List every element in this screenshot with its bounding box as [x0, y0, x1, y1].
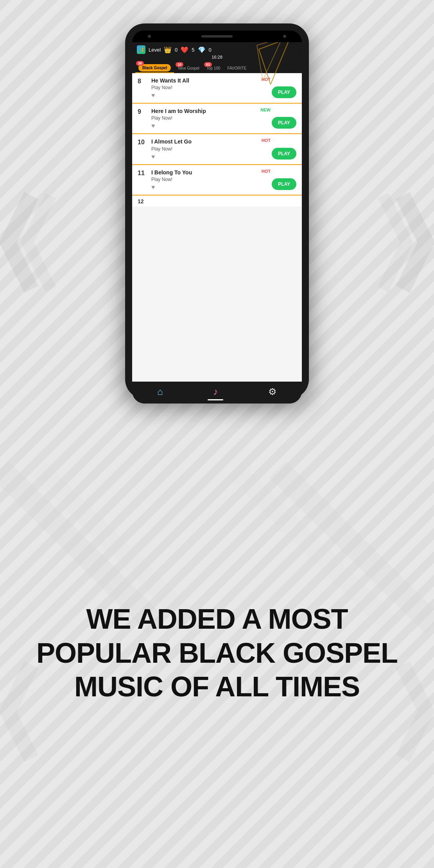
heart-icon: ❤️: [181, 46, 188, 54]
top100-badge: 83: [204, 62, 212, 67]
phone-dot-left: [148, 35, 151, 38]
play-button-8[interactable]: PLAY: [272, 86, 296, 98]
tab-top100[interactable]: 83 Top 100: [203, 64, 224, 72]
black-gospel-badge: 38: [136, 61, 144, 66]
svg-rect-6: [142, 48, 143, 52]
song-item-11: 11 I Belong To You Play Now! ♥ HOT PLAY: [132, 165, 302, 195]
song-badge-9: NEW: [260, 108, 271, 112]
heart-count: 5: [192, 47, 194, 53]
song-item-12-peek: 12: [132, 195, 302, 207]
nav-music[interactable]: ♪: [205, 385, 226, 399]
tab-favorite[interactable]: FAVORITE: [224, 64, 249, 72]
settings-icon: ⚙: [268, 386, 277, 397]
level-icon: [137, 45, 145, 54]
song-rank-10: 10: [138, 138, 147, 146]
phone-speaker: [201, 35, 233, 38]
new-gospel-badge: 10: [176, 62, 183, 67]
song-rank-9: 9: [138, 108, 147, 115]
song-rank-8: 8: [138, 77, 147, 85]
home-icon: ⌂: [157, 386, 163, 397]
play-button-11[interactable]: PLAY: [272, 178, 296, 190]
nav-settings[interactable]: ⚙: [260, 385, 285, 399]
svg-rect-5: [140, 49, 142, 52]
crown-count: 0: [175, 47, 178, 53]
song-title-9: Here I am to Worship: [151, 108, 296, 115]
headline-section: WE ADDED A MOST POPULAR BLACK GOSPEL MUS…: [0, 438, 434, 868]
music-icon: ♪: [213, 386, 218, 397]
favorite-label: FAVORITE: [227, 66, 246, 70]
svg-rect-4: [139, 50, 140, 52]
song-badge-10: HOT: [262, 138, 271, 143]
headline-text: WE ADDED A MOST POPULAR BLACK GOSPEL MUS…: [16, 602, 418, 703]
song-list: 8 He Wants It All Play Now! ♥ HOT PLAY 9…: [132, 73, 302, 382]
song-rank-11: 11: [138, 169, 147, 177]
song-badge-11: HOT: [262, 169, 271, 174]
song-item-9: 9 Here I am to Worship Play Now! ♥ NEW P…: [132, 104, 302, 134]
black-gospel-label: Black Gospel: [138, 64, 171, 72]
crown-icon: 👑: [164, 46, 172, 54]
gold-triangle-svg: [255, 42, 294, 84]
phone-screen: Level 👑 0 ❤️ 5 💎 0 16:28: [132, 42, 302, 404]
gem-icon: 💎: [198, 46, 206, 54]
level-label: Level: [149, 47, 161, 53]
phone-dot-right: [283, 35, 286, 38]
song-title-11: I Belong To You: [151, 169, 296, 176]
song-item-10: 10 I Almost Let Go Play Now! ♥ HOT PLAY: [132, 134, 302, 165]
phone-top-bar: [132, 30, 302, 42]
song-title-10: I Almost Let Go: [151, 138, 296, 145]
play-button-9[interactable]: PLAY: [272, 117, 296, 129]
tab-black-gospel[interactable]: 38 Black Gospel: [135, 63, 174, 73]
tab-new-gospel[interactable]: 10 New Gospel: [175, 64, 202, 72]
gem-count: 0: [209, 47, 212, 53]
bottom-nav: ⌂ ♪ ⚙: [132, 382, 302, 404]
phone-body: Level 👑 0 ❤️ 5 💎 0 16:28: [125, 23, 309, 399]
play-button-10[interactable]: PLAY: [272, 148, 296, 160]
phone-mockup: Level 👑 0 ❤️ 5 💎 0 16:28: [125, 23, 309, 399]
nav-home[interactable]: ⌂: [149, 385, 171, 399]
svg-marker-8: [257, 42, 282, 81]
song-rank-12-peek: 12: [138, 198, 144, 204]
